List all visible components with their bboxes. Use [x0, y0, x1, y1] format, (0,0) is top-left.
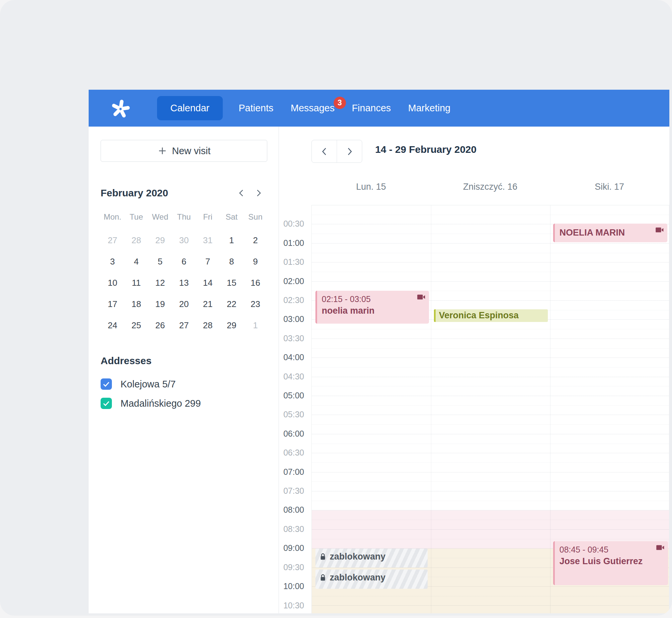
tab-marketing[interactable]: Marketing	[408, 103, 450, 114]
chevron-left-icon[interactable]	[312, 140, 337, 163]
video-camera-icon	[417, 294, 426, 302]
day-columns: NOELIA MARIN 02:15 - 03:05 noelia marin	[311, 205, 669, 613]
time-label: 07:00	[283, 467, 304, 477]
day-cell[interactable]: 29	[220, 315, 244, 336]
time-gutter: 00:30 01:00 01:30 02:00 02:30 03:00 03:3…	[279, 205, 311, 613]
chevron-right-icon[interactable]	[337, 140, 362, 163]
address-label: Kolejowa 5/7	[121, 379, 176, 390]
tab-patients[interactable]: Patients	[239, 103, 274, 114]
blocked-label: zablokowany	[330, 551, 386, 562]
time-label: 08:30	[283, 524, 304, 534]
day-cell[interactable]: 28	[125, 230, 148, 251]
day-cell[interactable]: 31	[196, 230, 220, 251]
day-cell[interactable]: 28	[196, 315, 220, 336]
new-visit-label: New visit	[172, 145, 211, 157]
day-cell[interactable]: 27	[172, 315, 196, 336]
day-cell[interactable]: 21	[196, 293, 220, 315]
checkbox-checked[interactable]	[101, 379, 112, 390]
day-column-tue-16[interactable]	[431, 205, 550, 613]
chevron-right-icon[interactable]	[250, 186, 267, 200]
tab-messages[interactable]: Messages 3	[290, 103, 334, 114]
day-cell[interactable]: 1	[243, 315, 267, 336]
time-label: 05:30	[283, 410, 304, 419]
day-cell[interactable]: 10	[101, 272, 125, 293]
weekday-label: Sat	[220, 210, 244, 225]
time-label: 03:30	[283, 334, 304, 343]
time-label: 02:00	[283, 277, 304, 286]
day-cell[interactable]: 20	[172, 293, 196, 315]
day-cell[interactable]: 23	[243, 293, 267, 315]
weekday-label: Sun	[243, 210, 267, 225]
day-cell[interactable]: 26	[148, 315, 172, 336]
messages-badge: 3	[334, 97, 346, 109]
day-cell[interactable]: 11	[125, 272, 148, 293]
time-label: 06:30	[283, 448, 304, 457]
time-label: 04:30	[283, 372, 304, 382]
day-cell[interactable]: 5	[148, 251, 172, 272]
chevron-left-icon[interactable]	[233, 186, 250, 200]
docplanner-star-icon	[110, 98, 131, 119]
date-range-title: 14 - 29 February 2020	[375, 144, 477, 155]
time-label: 09:00	[283, 543, 304, 553]
event-patient-name: noelia marin	[322, 305, 416, 317]
day-cell[interactable]: 22	[220, 293, 244, 315]
address-item-kolejowa[interactable]: Kolejowa 5/7	[101, 379, 267, 390]
day-cell[interactable]: 7	[196, 251, 220, 272]
day-header-mon: Lun. 15	[311, 182, 431, 192]
day-cell[interactable]: 15	[220, 272, 244, 293]
blocked-label: zablokowany	[330, 573, 386, 583]
tab-messages-label: Messages	[290, 103, 334, 113]
day-cell[interactable]: 3	[101, 251, 125, 272]
day-cell[interactable]: 9	[243, 251, 267, 272]
day-cell[interactable]: 17	[101, 293, 125, 315]
time-label: 01:30	[283, 257, 304, 267]
calendar-header: 14 - 29 February 2020 Lun. 15 Zniszczyć.…	[279, 127, 669, 205]
time-label: 01:00	[283, 238, 304, 248]
plus-icon	[157, 146, 167, 156]
day-cell[interactable]: 29	[148, 230, 172, 251]
video-camera-icon	[655, 227, 664, 234]
day-cell[interactable]: 4	[125, 251, 148, 272]
checkbox-checked[interactable]	[101, 398, 112, 409]
event-noelia-marin-day15[interactable]: 02:15 - 03:05 noelia marin	[315, 291, 429, 324]
mini-calendar-weekdays: Mon. Tue Wed Thu Fri Sat Sun	[101, 210, 267, 225]
day-cell[interactable]: 19	[148, 293, 172, 315]
top-nav-bar: Calendar Patients Messages 3 Finances Ma…	[89, 90, 669, 127]
time-label: 05:00	[283, 391, 304, 400]
event-patient-name: Veronica Espinosa	[439, 310, 519, 320]
day-header-tue: Zniszczyć. 16	[431, 182, 550, 192]
day-cell[interactable]: 14	[196, 272, 220, 293]
calendar-grid: 00:30 01:00 01:30 02:00 02:30 03:00 03:3…	[279, 205, 669, 613]
weekday-label: Tue	[125, 210, 148, 225]
event-veronica-espinosa[interactable]: Veronica Espinosa	[434, 309, 548, 322]
mini-calendar-title: February 2020	[101, 187, 233, 199]
tab-calendar[interactable]: Calendar	[157, 96, 223, 120]
time-label: 02:30	[283, 295, 304, 305]
day-cell[interactable]: 6	[172, 251, 196, 272]
event-blocked-2[interactable]: zablokowany	[315, 570, 428, 589]
day-cell[interactable]: 25	[125, 315, 148, 336]
day-cell[interactable]: 18	[125, 293, 148, 315]
day-cell[interactable]: 1	[220, 230, 244, 251]
app-frame: Calendar Patients Messages 3 Finances Ma…	[89, 90, 669, 613]
time-label: 04:00	[283, 352, 304, 362]
weekday-label: Mon.	[101, 210, 125, 225]
address-item-madalinskiego[interactable]: Madalińskiego 299	[101, 398, 267, 409]
time-label: 07:30	[283, 486, 304, 496]
event-blocked-1[interactable]: zablokowany	[315, 548, 428, 568]
day-cell[interactable]: 30	[172, 230, 196, 251]
new-visit-button[interactable]: New visit	[101, 140, 267, 162]
mini-calendar: February 2020 Mon. Tue Wed Thu Fri Sat S…	[101, 186, 267, 336]
day-cell[interactable]: 16	[243, 272, 267, 293]
day-cell[interactable]: 27	[101, 230, 125, 251]
day-cell[interactable]: 24	[101, 315, 125, 336]
day-cell[interactable]: 8	[220, 251, 244, 272]
day-cell[interactable]: 2	[243, 230, 267, 251]
tab-finances[interactable]: Finances	[352, 103, 391, 114]
event-noelia-marin-day17[interactable]: NOELIA MARIN	[553, 224, 667, 242]
calendar-main: 14 - 29 February 2020 Lun. 15 Zniszczyć.…	[279, 127, 669, 613]
time-label: 03:00	[283, 314, 304, 324]
day-cell[interactable]: 13	[172, 272, 196, 293]
day-cell[interactable]: 12	[148, 272, 172, 293]
event-jose-luis-gutierrez[interactable]: 08:45 - 09:45 Jose Luis Gutierrez	[553, 541, 668, 585]
